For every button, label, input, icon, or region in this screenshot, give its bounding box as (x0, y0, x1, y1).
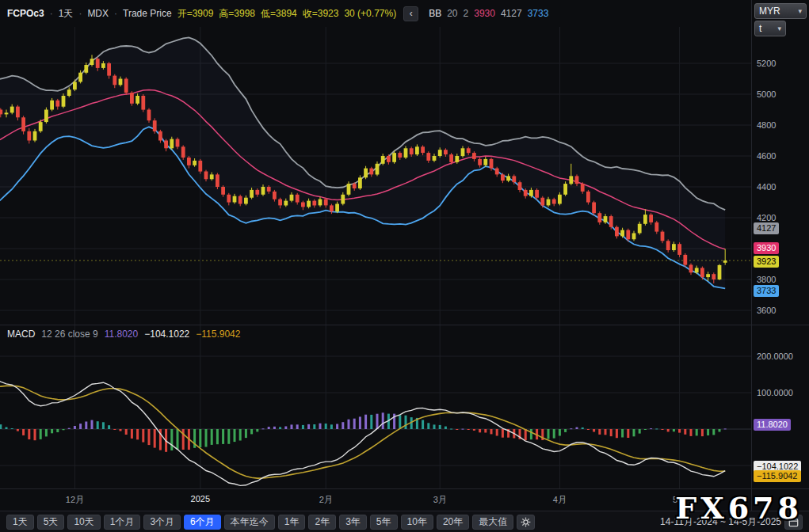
gear-icon (521, 517, 531, 527)
range-button-1年[interactable]: 1年 (278, 515, 306, 530)
collapse-arrow-button[interactable]: ‹ (403, 6, 418, 21)
macd-params: 12 26 close 9 (41, 329, 97, 340)
price-chart-pane[interactable] (0, 27, 751, 325)
macd-tick: 200.0000 (757, 351, 793, 362)
macd-signal-value: −115.9042 (196, 329, 240, 340)
chevron-down-icon: ▾ (777, 25, 781, 32)
ohlc-open: 开=3909 (177, 7, 214, 21)
currency-select[interactable]: MYR ▾ (754, 3, 807, 19)
separator: · (114, 8, 117, 19)
range-button-2年[interactable]: 2年 (308, 515, 336, 530)
price-change: 30 (+0.77%) (344, 8, 396, 19)
range-button-5天[interactable]: 5天 (37, 515, 65, 530)
ohlc-low: 低=3894 (261, 7, 297, 21)
bb-indicator-name[interactable]: BB (429, 8, 441, 19)
price-tick: 5200 (757, 58, 776, 69)
bb-mult-param: 2 (464, 8, 469, 19)
time-label: 12月 (66, 494, 84, 506)
time-label: 2月 (319, 494, 333, 506)
ohlc-close: 收=3923 (303, 7, 339, 21)
chevron-down-icon: ▾ (798, 7, 802, 15)
unit-value: t (759, 23, 761, 34)
time-label: 3月 (433, 494, 447, 506)
bb-length-param: 20 (447, 8, 457, 19)
trading-chart-app: FCPOc3 · 1天 · MDX · Trade Price 开=3909 高… (0, 0, 809, 532)
price-badge: 3923 (754, 256, 779, 268)
price-tick: 3800 (757, 274, 776, 285)
macd-hist-value: 11.8020 (105, 329, 139, 340)
price-tick: 4600 (757, 150, 776, 162)
settings-gear-button[interactable] (517, 515, 535, 530)
range-button-10天[interactable]: 10天 (67, 515, 100, 530)
range-button-本年迄今[interactable]: 本年迄今 (224, 515, 275, 530)
watermark: FX678 (675, 490, 803, 526)
separator: · (78, 8, 82, 19)
time-axis-divider (0, 488, 809, 489)
symbol-name[interactable]: FCPOc3 (7, 8, 44, 19)
unit-select[interactable]: t ▾ (754, 21, 786, 36)
range-button-1个月[interactable]: 1个月 (104, 515, 141, 530)
price-badge: 3930 (754, 242, 779, 254)
price-tick: 4800 (757, 120, 776, 131)
legend-bar: FCPOc3 · 1天 · MDX · Trade Price 开=3909 高… (0, 0, 751, 27)
range-button-5年[interactable]: 5年 (370, 515, 398, 530)
interval-value[interactable]: 1天 (59, 7, 74, 21)
range-button-1天[interactable]: 1天 (6, 515, 34, 530)
ohlc-high: 高=3998 (219, 7, 255, 21)
macd-tick: 100.0000 (757, 387, 793, 398)
macd-legend: MACD 12 26 close 9 11.8020 −104.1022 −11… (7, 329, 240, 340)
price-badge: 3733 (754, 285, 779, 297)
price-tick: 4400 (757, 181, 776, 192)
range-button-20年[interactable]: 20年 (437, 515, 469, 530)
time-label: 4月 (553, 494, 567, 506)
price-axis[interactable]: MYR ▾ t ▾ 520050004800460044004200380036… (751, 0, 809, 511)
separator: · (50, 8, 53, 19)
time-axis[interactable]: 12月20252月3月4月5月 (0, 489, 751, 511)
macd-line-value: −104.1022 (144, 329, 189, 340)
macd-badge: −115.9042 (754, 470, 801, 482)
bb-basis-value: 3930 (474, 8, 495, 19)
range-button-最大值[interactable]: 最大值 (472, 515, 513, 530)
price-badge: 4127 (754, 222, 779, 234)
macd-indicator-name[interactable]: MACD (7, 329, 35, 340)
currency-value: MYR (759, 6, 780, 17)
macd-badge: 11.8020 (754, 419, 791, 431)
price-tick: 4200 (757, 212, 776, 223)
exchange-name: MDX (87, 8, 109, 19)
range-button-6个月[interactable]: 6个月 (184, 515, 221, 530)
time-label: 2025 (191, 494, 210, 504)
range-button-3年[interactable]: 3年 (339, 515, 367, 530)
price-tick: 5000 (757, 89, 776, 100)
range-button-10年[interactable]: 10年 (401, 515, 433, 530)
macd-chart-pane[interactable] (0, 325, 751, 488)
price-tick: 3600 (757, 305, 776, 316)
bb-upper-value: 4127 (501, 8, 522, 19)
bb-lower-value: 3733 (528, 8, 549, 19)
pane-divider[interactable] (0, 325, 809, 325)
range-button-3个月[interactable]: 3个月 (143, 515, 181, 530)
price-source: Trade Price (123, 8, 172, 19)
range-buttons: 1天5天10天1个月3个月6个月本年迄今1年2年3年5年10年20年最大值 (6, 515, 513, 530)
